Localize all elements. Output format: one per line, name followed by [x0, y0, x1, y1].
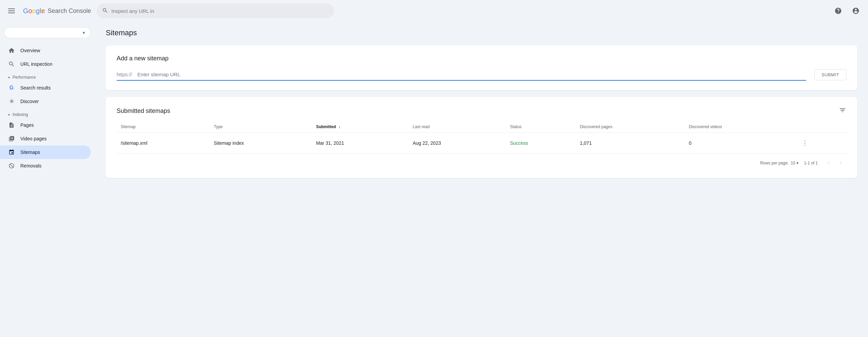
filter-icon[interactable]	[839, 106, 846, 116]
sidebar-item-sitemaps[interactable]: Sitemaps	[0, 145, 91, 159]
rows-per-page-label: Rows per page:	[760, 161, 789, 165]
chevron-down-icon: ▾	[83, 30, 85, 35]
sitemaps-icon	[8, 149, 15, 156]
home-icon	[8, 47, 15, 54]
asterisk-icon: ✳	[8, 98, 15, 105]
row-sitemap: /sitemap.xml	[117, 133, 210, 154]
video-pages-icon	[8, 135, 15, 142]
performance-section-label: Performance	[13, 75, 36, 80]
page-title: Sitemaps	[106, 28, 857, 37]
search-icon	[102, 7, 108, 15]
removals-label: Removals	[20, 163, 41, 168]
menu-icon[interactable]	[5, 6, 18, 16]
main-layout: ▾ Overview URL inspection ▾ Performance	[0, 22, 868, 337]
sidebar-item-overview[interactable]: Overview	[0, 44, 91, 57]
search-bar[interactable]	[97, 3, 334, 18]
add-sitemap-card: Add a new sitemap https:// SUBMIT	[106, 45, 857, 90]
sitemaps-table: Sitemap Type Submitted ↓ Last read Statu…	[117, 121, 846, 168]
url-prefix-label: https://	[117, 69, 136, 80]
col-sitemap: Sitemap	[117, 121, 210, 133]
col-submitted: Submitted ↓	[312, 121, 409, 133]
indexing-collapse-icon: ▾	[8, 113, 10, 117]
overview-label: Overview	[20, 48, 40, 53]
sidebar: ▾ Overview URL inspection ▾ Performance	[0, 22, 95, 337]
col-discovered-pages: Discovered pages	[576, 121, 685, 133]
app-name-label: Search Console	[48, 7, 91, 15]
help-button[interactable]	[831, 4, 845, 18]
rows-per-page: Rows per page: 10 ▾	[760, 161, 798, 165]
col-discovered-videos: Discovered videos	[685, 121, 795, 133]
discover-label: Discover	[20, 99, 39, 104]
sidebar-item-url-inspection[interactable]: URL inspection	[0, 57, 91, 71]
property-selector[interactable]: ▾	[4, 27, 91, 38]
submit-sitemap-button[interactable]: SUBMIT	[814, 69, 846, 80]
col-last-read: Last read	[409, 121, 506, 133]
url-inspection-label: URL inspection	[20, 61, 52, 67]
row-discovered-videos: 0	[685, 133, 795, 154]
indexing-section-header[interactable]: ▾ Indexing	[0, 108, 95, 118]
col-type: Type	[210, 121, 312, 133]
row-discovered-pages: 1,071	[576, 133, 685, 154]
sidebar-item-video-pages[interactable]: Video pages	[0, 132, 91, 145]
add-sitemap-title: Add a new sitemap	[117, 55, 846, 62]
indexing-section-label: Indexing	[13, 112, 28, 117]
table-row: /sitemap.xml Sitemap index Mar 31, 2021 …	[117, 133, 846, 154]
topbar: Google Search Console	[0, 0, 868, 22]
video-pages-label: Video pages	[20, 136, 47, 141]
prev-page-button[interactable]	[823, 158, 834, 168]
rows-per-page-chevron: ▾	[796, 161, 798, 165]
submitted-sitemaps-header: Submitted sitemaps	[117, 106, 846, 116]
app-logo: Google Search Console	[23, 7, 91, 15]
submitted-sitemaps-title: Submitted sitemaps	[117, 107, 170, 115]
next-page-button[interactable]	[835, 158, 846, 168]
sitemap-url-input[interactable]	[136, 69, 806, 80]
rows-per-page-value: 10	[791, 161, 795, 165]
col-status: Status	[506, 121, 576, 133]
sidebar-item-removals[interactable]: Removals	[0, 159, 91, 173]
performance-collapse-icon: ▾	[8, 76, 10, 79]
pages-label: Pages	[20, 122, 34, 128]
sort-arrow-icon: ↓	[338, 124, 340, 129]
removals-icon	[8, 162, 15, 169]
submitted-sitemaps-card: Submitted sitemaps Sitemap Type Submitte…	[106, 97, 857, 178]
search-nav-icon	[8, 61, 15, 67]
sitemaps-label: Sitemaps	[20, 150, 40, 155]
sidebar-item-discover[interactable]: ✳ Discover	[0, 95, 91, 108]
sidebar-item-search-results[interactable]: G Search results	[0, 81, 91, 95]
page-navigation	[823, 158, 846, 168]
sidebar-item-pages[interactable]: Pages	[0, 118, 91, 132]
topbar-actions	[831, 4, 863, 18]
logo-google-text: Google	[23, 7, 45, 15]
row-last-read: Aug 22, 2023	[409, 133, 506, 154]
row-status: Success	[506, 133, 576, 154]
pagination: Rows per page: 10 ▾ 1-1 of 1	[117, 154, 846, 168]
search-input[interactable]	[112, 8, 329, 14]
pages-icon	[8, 122, 15, 128]
row-type: Sitemap index	[210, 133, 312, 154]
page-info: 1-1 of 1	[804, 161, 818, 165]
row-submitted: Mar 31, 2021	[312, 133, 409, 154]
rows-per-page-select[interactable]: 10 ▾	[791, 161, 798, 165]
performance-section-header[interactable]: ▾ Performance	[0, 71, 95, 81]
account-button[interactable]	[849, 4, 863, 18]
main-content: Sitemaps Add a new sitemap https:// SUBM…	[95, 22, 868, 337]
google-g-icon: G	[8, 84, 15, 91]
row-more-button[interactable]: ⋮	[800, 138, 810, 148]
search-results-label: Search results	[20, 85, 51, 91]
